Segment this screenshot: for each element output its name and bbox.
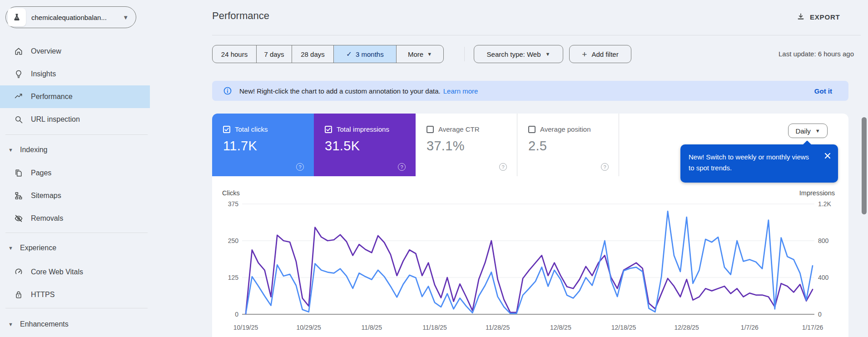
chip-24-hours[interactable]: 24 hours <box>213 45 256 63</box>
performance-card: Total clicks 11.7K ? Total impressions 3… <box>212 114 848 337</box>
search-type-label: Search type: Web <box>487 50 541 58</box>
property-icon-box <box>8 8 26 26</box>
performance-chart[interactable]: 37525012501.2K8004000ClicksImpressions10… <box>212 186 848 337</box>
checkbox-checked-icon[interactable] <box>223 126 230 133</box>
help-icon[interactable]: ? <box>398 163 406 171</box>
add-filter-label: Add filter <box>591 50 618 58</box>
sidebar-section-label: Enhancements <box>20 320 69 328</box>
info-icon <box>223 86 232 95</box>
sidebar-item-label: Removals <box>31 214 63 223</box>
right-axis-caption: Impressions <box>799 189 835 197</box>
chip-label: 28 days <box>301 50 325 58</box>
checkbox-checked-icon[interactable] <box>325 126 332 133</box>
metric-tile-total-impressions[interactable]: Total impressions 31.5K ? <box>314 114 416 176</box>
metric-label: Total clicks <box>235 125 268 133</box>
banner-message: New! Right-click the chart to add a cust… <box>239 87 441 95</box>
search-type-button[interactable]: Search type: Web ▼ <box>474 45 563 63</box>
x-axis-label: 1/7/26 <box>741 324 759 331</box>
chip-more[interactable]: More▼ <box>396 45 443 63</box>
sidebar-item-url-inspection[interactable]: URL inspection <box>0 108 150 131</box>
trending-up-icon <box>14 92 24 102</box>
left-axis-tick: 0 <box>235 311 238 318</box>
sidebar-item-label: Pages <box>31 169 51 177</box>
sidebar-item-core-web-vitals[interactable]: Core Web Vitals <box>0 261 150 283</box>
sidebar-section-label: Experience <box>20 244 56 252</box>
help-icon[interactable]: ? <box>601 163 609 171</box>
right-axis-tick: 0 <box>818 311 822 318</box>
x-axis-label: 10/19/25 <box>233 324 258 331</box>
sidebar-item-performance[interactable]: Performance <box>0 85 150 108</box>
sidebar-section-enhancements[interactable]: ▼ Enhancements <box>0 314 150 334</box>
sidebar-item-https[interactable]: HTTPS <box>0 283 150 306</box>
chip-3-months[interactable]: ✓3 months <box>333 45 396 63</box>
metric-value: 11.7K <box>223 139 314 154</box>
sidebar-item-pages[interactable]: Pages <box>0 162 150 184</box>
right-axis-tick: 400 <box>818 274 829 281</box>
x-axis-label: 11/8/25 <box>361 324 382 331</box>
metric-tile-total-clicks[interactable]: Total clicks 11.7K ? <box>212 114 314 176</box>
help-icon[interactable]: ? <box>296 163 304 171</box>
sidebar-item-label: Performance <box>31 93 73 101</box>
granularity-dropdown[interactable]: Daily ▼ <box>788 124 828 138</box>
sidebar: chemicalequationbalan... ▼ Overview Insi… <box>0 0 150 337</box>
export-button[interactable]: EXPORT <box>796 10 840 24</box>
chip-label: 24 hours <box>221 50 248 58</box>
date-range-chip-group: 24 hours 7 days 28 days ✓3 months More▼ <box>212 45 444 63</box>
sidebar-item-insights[interactable]: Insights <box>0 63 150 85</box>
sidebar-item-label: Overview <box>31 47 61 55</box>
x-axis-label: 12/18/25 <box>611 324 636 331</box>
sidebar-item-removals[interactable]: Removals <box>0 207 150 230</box>
add-filter-button[interactable]: + Add filter <box>569 45 631 63</box>
lock-icon <box>14 290 24 300</box>
sidebar-item-label: HTTPS <box>31 291 55 299</box>
chevron-down-icon: ▼ <box>815 128 820 134</box>
chevron-down-icon: ▼ <box>8 147 13 153</box>
page-title: Performance <box>212 10 269 22</box>
metric-value: 2.5 <box>528 139 619 154</box>
main-content: Performance EXPORT 24 hours 7 days 28 da… <box>150 0 868 337</box>
chip-28-days[interactable]: 28 days <box>292 45 333 63</box>
chevron-down-icon: ▼ <box>123 14 129 21</box>
chevron-down-icon: ▼ <box>8 322 13 327</box>
metric-label: Average position <box>540 125 590 133</box>
vertical-scrollbar-thumb[interactable] <box>862 117 867 214</box>
sidebar-item-sitemaps[interactable]: Sitemaps <box>0 184 150 207</box>
right-axis-tick: 1.2K <box>818 200 831 208</box>
checkbox-unchecked-icon[interactable] <box>528 126 536 133</box>
lightbulb-icon <box>14 69 24 79</box>
pages-icon <box>14 168 24 178</box>
sidebar-item-label: URL inspection <box>31 115 80 124</box>
learn-more-link[interactable]: Learn more <box>443 87 478 95</box>
metric-tile-average-position[interactable]: Average position 2.5 ? <box>517 114 619 176</box>
metric-label: Average CTR <box>438 125 480 133</box>
header-divider <box>212 35 861 35</box>
chip-label: 3 months <box>356 50 384 58</box>
sitemap-icon <box>14 191 24 201</box>
tooltip-arrow <box>803 140 812 149</box>
total-clicks-line <box>246 211 813 314</box>
property-name: chemicalequationbalan... <box>31 14 107 21</box>
last-update-text: Last update: 6 hours ago <box>779 50 854 58</box>
close-icon[interactable] <box>823 152 832 160</box>
x-axis-label: 11/18/25 <box>422 324 447 331</box>
got-it-button[interactable]: Got it <box>814 87 832 95</box>
sidebar-divider <box>5 134 148 135</box>
sidebar-divider <box>5 233 148 233</box>
sidebar-section-experience[interactable]: ▼ Experience <box>0 238 150 258</box>
flask-icon <box>12 13 21 22</box>
chip-7-days[interactable]: 7 days <box>256 45 292 63</box>
annotation-banner: New! Right-click the chart to add a cust… <box>212 81 848 101</box>
metric-value: 37.1% <box>427 139 517 154</box>
search-icon <box>14 114 24 124</box>
sidebar-item-overview[interactable]: Overview <box>0 40 150 63</box>
checkbox-unchecked-icon[interactable] <box>427 126 434 133</box>
promo-tooltip: New! Switch to weekly or monthly views t… <box>680 144 838 183</box>
property-selector[interactable]: chemicalequationbalan... ▼ <box>5 6 136 28</box>
sidebar-item-label: Sitemaps <box>31 192 61 200</box>
export-label: EXPORT <box>810 13 840 21</box>
help-icon[interactable]: ? <box>499 163 507 171</box>
metric-tile-average-ctr[interactable]: Average CTR 37.1% ? <box>416 114 517 176</box>
metric-label: Total impressions <box>337 125 389 133</box>
left-axis-tick: 250 <box>228 237 239 244</box>
sidebar-section-indexing[interactable]: ▼ Indexing <box>0 140 150 160</box>
